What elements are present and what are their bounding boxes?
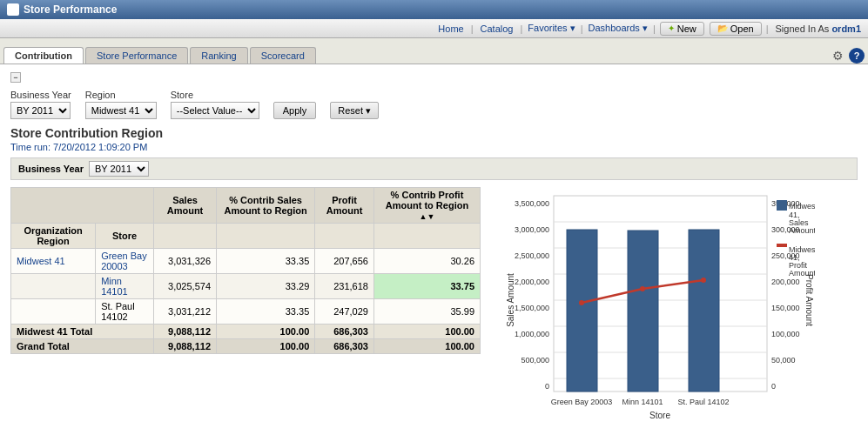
svg-text:Green Bay 20003: Green Bay 20003 [551,398,613,406]
table-row: St. Paul 14102 3,031,212 33.35 247,029 3… [11,299,481,325]
col-header-sales-empty [154,224,217,249]
sales-cell: 3,031,326 [154,249,217,274]
app-icon [7,3,19,16]
grand-total-pct-profit: 100.00 [373,339,480,354]
table-row: Midwest 41 Green Bay 20003 3,031,326 33.… [11,249,481,274]
col-header-store: Store [96,224,154,249]
business-year-select[interactable]: BY 2011 [10,102,71,119]
svg-text:Sales Amount: Sales Amount [506,273,515,327]
svg-text:100,000: 100,000 [771,330,800,338]
store-cell[interactable]: Green Bay 20003 [96,249,154,274]
svg-rect-24 [567,230,597,392]
chart-container: 3,500,000 3,000,000 2,500,000 2,000,000 … [501,187,815,431]
col-header-profit: Profit Amount [315,188,374,224]
apply-button[interactable]: Apply [273,102,317,119]
title-bar-text: Store Performance [24,3,117,16]
title-bar: Store Performance [0,0,868,19]
svg-text:Amount: Amount [789,226,815,235]
profit-cell-3: 247,029 [315,299,374,325]
chart-svg: 3,500,000 3,000,000 2,500,000 2,000,000 … [501,187,815,435]
business-year-label: Business Year [10,90,71,100]
svg-text:150,000: 150,000 [771,304,800,312]
region-select[interactable]: Midwest 41 [85,102,157,119]
tab-store-performance[interactable]: Store Performance [85,47,188,64]
by-bar: Business Year BY 2011 [10,157,858,180]
tabs-row: Contribution Store Performance Ranking S… [0,38,868,64]
midwest-total-row: Midwest 41 Total 9,088,112 100.00 686,30… [11,325,481,339]
region-cell[interactable]: Midwest 41 [11,249,96,274]
reset-button[interactable]: Reset [330,102,379,119]
collapse-icon[interactable]: − [10,72,21,83]
col-header-pct-sales-empty [217,224,315,249]
nav-favorites[interactable]: Favorites [528,23,575,34]
pct-profit-cell-2: 33.75 [373,274,480,299]
store-select[interactable]: --Select Value-- [171,102,259,119]
svg-text:0: 0 [771,382,776,391]
svg-text:2,500,000: 2,500,000 [515,251,549,260]
svg-rect-26 [689,230,719,392]
svg-point-27 [579,300,584,305]
region-cell-2 [11,274,96,299]
svg-text:0: 0 [545,382,549,391]
midwest-total-sales: 9,088,112 [154,325,217,339]
settings-icon[interactable]: ⚙ [832,49,844,63]
sales-cell-3: 3,031,212 [154,299,217,325]
col-header-org-region: Organization Region [11,224,96,249]
svg-text:St. Paul 14102: St. Paul 14102 [677,398,729,406]
report-time: Time run: 7/20/2012 1:09:20 PM [10,142,858,152]
svg-rect-25 [628,231,658,392]
midwest-total-pct-sales: 100.00 [217,325,315,339]
svg-text:3,000,000: 3,000,000 [515,225,549,234]
filter-bar: Business Year BY 2011 Region Midwest 41 … [10,88,858,119]
main-content: − Business Year BY 2011 Region Midwest 4… [0,64,868,435]
top-nav: Home | Catalog | Favorites | Dashboards … [0,19,868,38]
tab-ranking[interactable]: Ranking [190,47,247,64]
svg-rect-41 [777,244,787,247]
sort-icon[interactable]: ▲▼ [420,212,435,221]
open-button[interactable]: Open [710,22,762,36]
svg-text:500,000: 500,000 [521,356,549,365]
help-icon[interactable]: ? [849,48,865,64]
svg-text:Midwest: Midwest [789,202,815,211]
store-filter: Store --Select Value-- [171,90,259,119]
nav-catalog[interactable]: Catalog [481,23,514,34]
nav-dashboards[interactable]: Dashboards [588,23,647,34]
svg-text:Amount: Amount [789,269,815,278]
nav-home[interactable]: Home [438,23,463,34]
store-label: Store [171,90,259,100]
grand-total-profit: 686,303 [315,339,374,354]
region-label: Region [85,90,157,100]
pct-profit-cell-3: 35.99 [373,299,480,325]
svg-text:3,500,000: 3,500,000 [515,199,549,208]
svg-text:Profit Amount: Profit Amount [804,274,814,326]
svg-text:Store: Store [649,411,670,420]
tab-contribution[interactable]: Contribution [3,47,84,64]
business-year-filter: Business Year BY 2011 [10,90,71,119]
new-button[interactable]: New [660,22,704,36]
col-header-pct-profit-empty [373,224,480,249]
col-header-org [11,188,154,224]
chart-section: 3,500,000 3,000,000 2,500,000 2,000,000 … [495,187,858,431]
pct-sales-cell-3: 33.35 [217,299,315,325]
col-header-sales: Sales Amount [154,188,217,224]
by-bar-select[interactable]: BY 2011 [89,161,149,177]
table-row: Minn 14101 3,025,574 33.29 231,618 33.75 [11,274,481,299]
table-section: Sales Amount % Contrib Sales Amount to R… [10,187,481,431]
tab-scorecard[interactable]: Scorecard [250,47,316,64]
profit-cell-2: 231,618 [315,274,374,299]
svg-text:1,000,000: 1,000,000 [515,330,549,338]
svg-text:Minn 14101: Minn 14101 [622,398,663,406]
sales-cell-2: 3,025,574 [154,274,217,299]
data-table: Sales Amount % Contrib Sales Amount to R… [10,187,481,354]
store-cell-2[interactable]: Minn 14101 [96,274,154,299]
svg-text:2,000,000: 2,000,000 [515,278,549,286]
grand-total-sales: 9,088,112 [154,339,217,354]
report-title: Store Contribution Region [10,126,858,140]
username: ordm1 [831,23,861,34]
svg-point-28 [640,286,645,291]
two-col-layout: Sales Amount % Contrib Sales Amount to R… [10,187,858,431]
svg-point-29 [701,278,706,283]
region-filter: Region Midwest 41 [85,90,157,119]
midwest-total-pct-profit: 100.00 [373,325,480,339]
signed-in-label: Signed In As ordm1 [776,23,861,34]
